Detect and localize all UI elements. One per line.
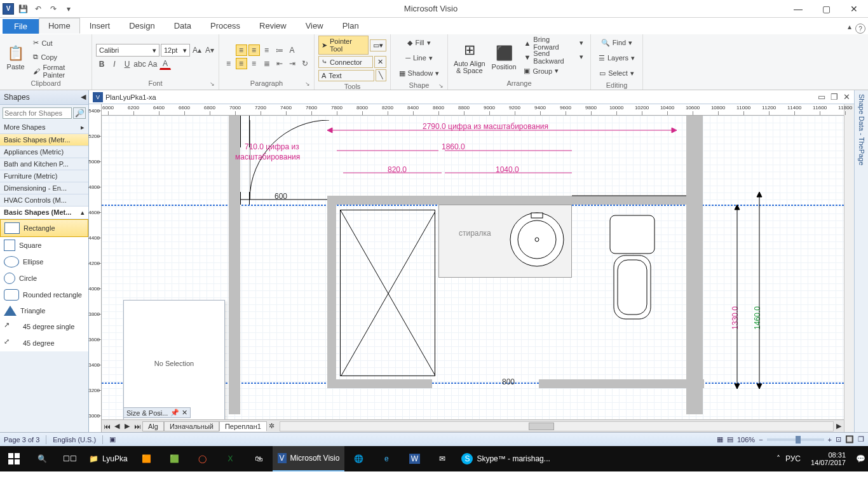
search-button[interactable]: 🔍 xyxy=(28,446,56,471)
align-right-icon[interactable]: ≡ xyxy=(248,58,260,69)
shape-dialog-launcher[interactable]: ↘ xyxy=(438,83,444,89)
fit-page-icon[interactable]: ⊡ xyxy=(836,435,841,444)
case-icon[interactable]: Aa xyxy=(147,58,158,70)
pin-icon[interactable]: 📌 xyxy=(170,409,179,417)
mdi-minimize-icon[interactable]: ▭ xyxy=(818,92,825,102)
taskbar-app[interactable]: 🟧 xyxy=(133,446,161,471)
mdi-close-icon[interactable]: ✕ xyxy=(843,92,850,102)
save-icon[interactable]: 💾 xyxy=(17,3,29,15)
rotate-text-icon[interactable]: ↻ xyxy=(299,58,311,69)
paragraph-dialog-launcher[interactable]: ↘ xyxy=(305,81,310,87)
increase-font-icon[interactable]: A▴ xyxy=(191,44,203,56)
start-button[interactable] xyxy=(0,446,28,471)
bring-forward-button[interactable]: ▲Bring Forward▾ xyxy=(520,36,587,50)
group-button[interactable]: ▣Group▾ xyxy=(520,64,587,78)
italic-icon[interactable]: I xyxy=(109,58,120,70)
align-bottom-icon[interactable]: ≡ xyxy=(261,44,273,56)
visio-taskbar-button[interactable]: VMicrosoft Visio xyxy=(273,446,345,471)
store-button[interactable]: 🛍 xyxy=(245,446,273,471)
shape-item[interactable]: Circle xyxy=(0,270,88,287)
page-tab[interactable]: Переплан1 xyxy=(219,421,267,431)
input-language[interactable]: РУС xyxy=(785,454,801,463)
align-top-icon[interactable]: ≡ xyxy=(236,44,247,56)
minimize-button[interactable]: — xyxy=(784,0,812,17)
switch-windows-icon[interactable]: ❐ xyxy=(858,435,864,444)
connector-tool-button[interactable]: ⤷Connector xyxy=(318,56,373,68)
qat-dropdown-icon[interactable]: ▾ xyxy=(62,3,75,15)
font-color-icon[interactable]: A xyxy=(159,58,171,70)
strike-icon[interactable]: abc xyxy=(134,58,146,70)
excel-button[interactable]: X xyxy=(217,446,245,471)
format-painter-button[interactable]: 🖌Format Painter xyxy=(30,64,88,78)
data-tab[interactable]: Data xyxy=(165,18,201,34)
drawing-canvas[interactable]: стиралка xyxy=(102,116,844,419)
review-tab[interactable]: Review xyxy=(250,18,296,34)
line-tool-button[interactable]: ╲ xyxy=(376,69,386,81)
font-dialog-launcher[interactable]: ↘ xyxy=(210,81,215,87)
maximize-button[interactable]: ▢ xyxy=(812,0,840,17)
shape-item[interactable]: Triangle xyxy=(0,303,88,318)
mdi-restore-icon[interactable]: ❐ xyxy=(831,92,838,102)
bold-icon[interactable]: B xyxy=(96,58,107,70)
tray-overflow-icon[interactable]: ˄ xyxy=(776,454,780,463)
stencil-bar-expanded[interactable]: Basic Shapes (Met...▴ xyxy=(0,207,88,219)
shape-item[interactable]: Rounded rectangle xyxy=(0,287,88,303)
format-text-icon[interactable]: A xyxy=(287,44,298,56)
shapes-search-input[interactable] xyxy=(3,107,72,119)
fill-button[interactable]: ◆Fill▾ xyxy=(404,36,433,50)
page-prev-icon[interactable]: ◀ xyxy=(112,422,122,430)
close-button[interactable]: ✕ xyxy=(840,0,868,17)
stencil-bar[interactable]: Bath and Kitchen P... xyxy=(0,158,88,170)
freeform-tool-button[interactable]: ✕ xyxy=(374,56,386,68)
taskbar-app[interactable]: 🟩 xyxy=(161,446,189,471)
select-button[interactable]: ▭Select▾ xyxy=(596,66,637,80)
layers-button[interactable]: ☰Layers▾ xyxy=(595,51,638,65)
minimize-ribbon-icon[interactable]: ▴ xyxy=(844,20,855,34)
increase-indent-icon[interactable]: ⇥ xyxy=(287,58,298,69)
file-tab[interactable]: File xyxy=(3,19,39,34)
view-full-icon[interactable]: ▤ xyxy=(727,435,733,444)
align-middle-icon[interactable]: ≡ xyxy=(248,44,260,56)
page-first-icon[interactable]: ⏮ xyxy=(102,423,112,430)
font-name-combo[interactable]: Calibri▾ xyxy=(96,44,159,57)
plan-tab[interactable]: Plan xyxy=(333,18,369,34)
stencil-bar[interactable]: HVAC Controls (M... xyxy=(0,194,88,207)
undo-icon[interactable]: ↶ xyxy=(32,3,44,15)
scroll-right-icon[interactable]: ▶ xyxy=(834,422,844,430)
decrease-font-icon[interactable]: A▾ xyxy=(204,44,215,56)
zoom-in-icon[interactable]: + xyxy=(828,436,832,444)
stencil-bar[interactable]: Furniture (Metric) xyxy=(0,170,88,182)
rectangle-tool-button[interactable]: ▭▾ xyxy=(370,39,386,51)
language-indicator[interactable]: English (U.S.) xyxy=(53,436,96,444)
file-explorer-button[interactable]: 📁LyuPka xyxy=(84,446,133,471)
design-tab[interactable]: Design xyxy=(119,18,164,34)
clock[interactable]: 08:3114/07/2017 xyxy=(806,451,851,466)
home-tab[interactable]: Home xyxy=(39,18,80,34)
view-normal-icon[interactable]: ▦ xyxy=(717,435,723,444)
shape-item[interactable]: Square xyxy=(0,237,88,254)
cut-button[interactable]: ✂Cut xyxy=(30,36,88,50)
stencil-bar[interactable]: Appliances (Metric) xyxy=(0,146,88,158)
action-center-icon[interactable]: 💬 xyxy=(856,454,865,463)
text-tool-button[interactable]: AText xyxy=(318,70,374,81)
edge-button[interactable]: e xyxy=(372,446,400,471)
page-tab[interactable]: Изначальный xyxy=(164,421,219,431)
task-view-button[interactable]: ☐☐ xyxy=(56,446,84,471)
vertical-ruler[interactable]: 5400520050004800460044004200400038003600… xyxy=(89,104,102,432)
pointer-tool-button[interactable]: ➤Pointer Tool xyxy=(318,36,369,55)
word-button[interactable]: W xyxy=(400,446,428,471)
shape-item[interactable]: Ellipse xyxy=(0,254,88,270)
auto-align-button[interactable]: ⊞ Auto Align & Space xyxy=(452,39,487,76)
mail-button[interactable]: ✉ xyxy=(428,446,456,471)
zoom-level[interactable]: 106% xyxy=(737,436,755,444)
close-icon[interactable]: ✕ xyxy=(182,409,187,417)
font-size-combo[interactable]: 12pt▾ xyxy=(161,44,190,57)
chrome-button[interactable]: 🌐 xyxy=(344,446,372,471)
more-shapes-button[interactable]: More Shapes▸ xyxy=(0,121,88,134)
find-button[interactable]: 🔍Find▾ xyxy=(598,36,635,50)
pan-zoom-icon[interactable]: 🔲 xyxy=(845,435,854,444)
shadow-button[interactable]: ▦Shadow▾ xyxy=(396,66,443,80)
page-last-icon[interactable]: ⏭ xyxy=(132,423,142,430)
page-next-icon[interactable]: ▶ xyxy=(122,422,132,430)
justify-icon[interactable]: ≣ xyxy=(261,58,273,69)
